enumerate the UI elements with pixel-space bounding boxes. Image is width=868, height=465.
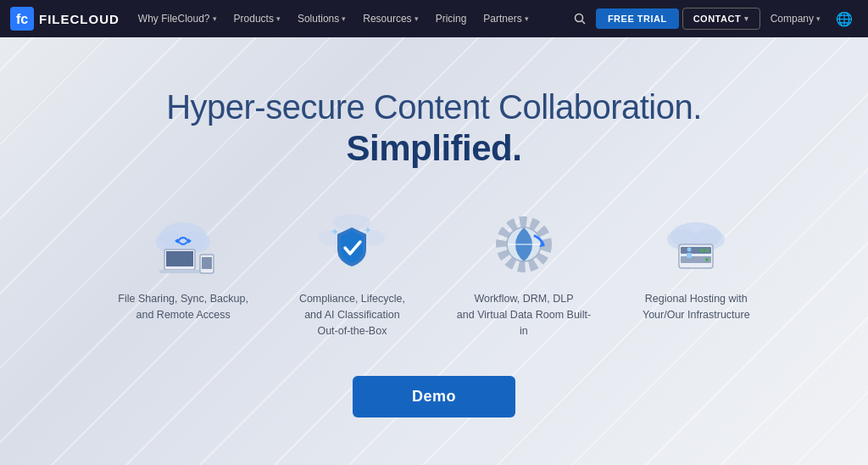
chevron-down-icon: ▾ bbox=[342, 14, 346, 23]
svg-rect-11 bbox=[202, 257, 212, 269]
navbar: fc FILECLOUD Why FileCloud? ▾ Products ▾… bbox=[0, 0, 868, 37]
svg-point-34 bbox=[687, 248, 692, 252]
svg-line-3 bbox=[581, 21, 585, 25]
nav-partners[interactable]: Partners ▾ bbox=[476, 0, 535, 37]
workflow-icon bbox=[481, 211, 566, 279]
demo-section: Demo bbox=[353, 376, 515, 417]
logo-text: FILECLOUD bbox=[39, 12, 120, 26]
svg-rect-35 bbox=[687, 253, 692, 258]
hero-title-line2: Simplified. bbox=[166, 128, 702, 169]
filecloud-logo-icon: fc bbox=[10, 7, 34, 31]
nav-resources[interactable]: Resources ▾ bbox=[356, 0, 425, 37]
nav-solutions[interactable]: Solutions ▾ bbox=[291, 0, 353, 37]
regional-hosting-icon bbox=[654, 211, 738, 279]
chevron-down-icon: ▾ bbox=[525, 14, 529, 23]
feature-workflow: Workflow, DRM, DLPand Virtual Data Room … bbox=[456, 211, 592, 339]
contact-button[interactable]: CONTACT ▾ bbox=[682, 8, 760, 30]
chevron-down-icon: ▾ bbox=[276, 14, 281, 23]
search-button[interactable] bbox=[567, 0, 593, 37]
feature-label-regional-hosting: Regional Hosting withYour/Our Infrastruc… bbox=[643, 291, 750, 323]
nav-products[interactable]: Products ▾ bbox=[227, 0, 287, 37]
feature-label-workflow: Workflow, DRM, DLPand Virtual Data Room … bbox=[456, 291, 592, 339]
feature-label-file-sharing: File Sharing, Sync, Backup,and Remote Ac… bbox=[118, 291, 248, 323]
svg-point-31 bbox=[705, 249, 709, 252]
chevron-down-icon: ▾ bbox=[816, 14, 821, 23]
free-trial-button[interactable]: FREE TRIAL bbox=[596, 8, 679, 29]
nav-pricing[interactable]: Pricing bbox=[429, 0, 474, 37]
logo[interactable]: fc FILECLOUD bbox=[10, 7, 120, 31]
hero-title: Hyper-secure Content Collaboration. Simp… bbox=[166, 88, 702, 169]
language-button[interactable]: 🌐 bbox=[831, 11, 858, 27]
hero-title-line1: Hyper-secure Content Collaboration. bbox=[166, 88, 702, 126]
svg-text:fc: fc bbox=[16, 12, 28, 26]
demo-button[interactable]: Demo bbox=[353, 376, 515, 417]
feature-label-compliance: Compliance, Lifecycle,and AI Classificat… bbox=[299, 291, 405, 339]
svg-point-32 bbox=[700, 249, 704, 252]
compliance-icon bbox=[309, 211, 394, 279]
chevron-down-icon: ▾ bbox=[213, 14, 217, 23]
feature-regional-hosting: Regional Hosting withYour/Our Infrastruc… bbox=[643, 211, 750, 339]
svg-rect-9 bbox=[159, 270, 200, 273]
svg-rect-8 bbox=[166, 251, 193, 266]
svg-point-33 bbox=[705, 258, 709, 261]
hero-section: Hyper-secure Content Collaboration. Simp… bbox=[0, 37, 868, 465]
features-row: File Sharing, Sync, Backup,and Remote Ac… bbox=[118, 211, 749, 339]
chevron-down-icon: ▾ bbox=[415, 14, 419, 23]
svg-point-2 bbox=[575, 14, 582, 22]
feature-compliance: Compliance, Lifecycle,and AI Classificat… bbox=[299, 211, 405, 339]
file-sharing-icon bbox=[141, 211, 225, 279]
nav-company[interactable]: Company ▾ bbox=[764, 13, 827, 25]
feature-file-sharing: File Sharing, Sync, Backup,and Remote Ac… bbox=[118, 211, 248, 339]
search-icon bbox=[574, 13, 586, 25]
chevron-down-icon: ▾ bbox=[744, 14, 749, 23]
nav-why-filecloud[interactable]: Why FileCloud? ▾ bbox=[131, 0, 224, 37]
